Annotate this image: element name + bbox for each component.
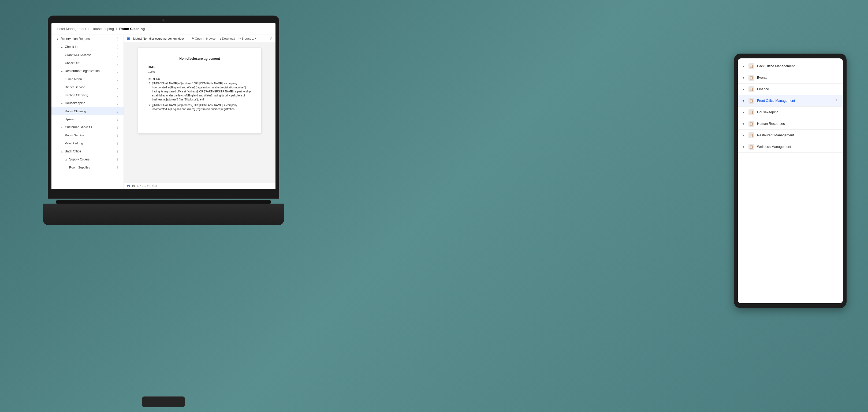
- tablet-item-back-office-management[interactable]: ▼ 📋 Back Office Management: [738, 61, 843, 72]
- sidebar-item-upkeep[interactable]: Upkeep ⋮: [52, 115, 124, 123]
- chevron-down-icon: ▼: [742, 99, 746, 102]
- sidebar-label: Room Service: [65, 134, 84, 137]
- tablet-item-human-resources[interactable]: ▼ 📋 Human Resources: [738, 118, 843, 130]
- tablet-item-events[interactable]: ▼ 📋 Events: [738, 72, 843, 84]
- open-browser-label: Open in browser: [195, 37, 217, 40]
- sidebar-item-valet-parking[interactable]: Valet Parking ⋮: [52, 139, 124, 147]
- sidebar-item-restaurant-org[interactable]: ▲ Restaurant Organization ⋮: [52, 67, 124, 75]
- sidebar-item-grant-wifi[interactable]: Grant Wi-Fi Access ⋮: [52, 51, 124, 59]
- chevron-icon: ▲: [65, 158, 67, 161]
- sidebar-label: Valet Parking: [65, 142, 83, 145]
- more-icon[interactable]: ⋮: [116, 125, 120, 129]
- doc-body: Non-disclosure agreement DATE [Date] PAR…: [124, 42, 276, 183]
- more-icon[interactable]: ⋮: [116, 93, 120, 97]
- more-icon[interactable]: ⋮: [835, 99, 839, 103]
- more-icon[interactable]: ⋮: [116, 149, 120, 154]
- more-icon[interactable]: ⋮: [116, 37, 120, 41]
- tablet-item-label: Back Office Management: [757, 64, 839, 68]
- module-icon: 📋: [748, 121, 754, 127]
- sidebar-label: Supply Orders: [69, 158, 90, 161]
- chevron-down-icon: ▼: [742, 65, 746, 68]
- more-icon[interactable]: ⋮: [116, 69, 120, 73]
- chevron-down-icon: ▼: [742, 134, 746, 137]
- doc-parties-list: [[INDIVIDUAL NAME] of [address]] OR [[CO…: [148, 82, 252, 111]
- laptop-hinge: [56, 200, 271, 203]
- sidebar-item-lunch-menu[interactable]: Lunch Menu ⋮: [52, 75, 124, 83]
- doc-party-2: [[INDIVIDUAL NAME] of [address]] OR [[CO…: [152, 103, 252, 111]
- browse-button[interactable]: ⇒ Browse... ▾: [238, 37, 256, 40]
- doc-zoom: 95%: [152, 185, 157, 188]
- document-viewer: ⊞ Mutual Non-disclosure agreement.docx |…: [124, 35, 276, 189]
- more-icon[interactable]: ⋮: [116, 117, 120, 121]
- tablet-item-finance[interactable]: ▼ 📋 Finance: [738, 84, 843, 95]
- more-icon[interactable]: ⋮: [116, 61, 120, 65]
- tablet-item-wellness-management[interactable]: ▼ 📋 Wellness Management: [738, 141, 843, 153]
- tablet-item-front-office-management[interactable]: ▼ 📋 Front Office Management ⋮: [738, 95, 843, 106]
- main-content: ▲ Reservation Requests ⋮ ▲ Check In ⋮: [52, 35, 276, 189]
- sidebar-item-room-supplies[interactable]: Room Supplies ⋮: [52, 163, 124, 171]
- sidebar-label: Check Out: [65, 61, 79, 65]
- laptop-content: Hotel Management › Housekeeping › Room C…: [52, 23, 276, 189]
- sidebar-item-supply-orders[interactable]: ▲ Supply Orders ⋮: [52, 155, 124, 163]
- sidebar-item-customer-services[interactable]: ▲ Customer Services ⋮: [52, 123, 124, 131]
- more-icon[interactable]: ⋮: [116, 53, 120, 57]
- doc-footer: W PAGE 1 OF 11 95%: [124, 183, 276, 189]
- chevron-down-icon: ▼: [742, 146, 746, 149]
- sidebar-item-dinner-service[interactable]: Dinner Service ⋮: [52, 83, 124, 91]
- tablet-item-label: Housekeeping: [757, 110, 839, 114]
- sidebar-item-check-in[interactable]: ▲ Check In ⋮: [52, 43, 124, 51]
- more-icon[interactable]: ⋮: [116, 45, 120, 49]
- module-icon: 📋: [748, 75, 754, 81]
- sidebar-item-room-service[interactable]: Room Service ⋮: [52, 131, 124, 139]
- more-icon[interactable]: ⋮: [116, 109, 120, 113]
- more-icon[interactable]: ⋮: [116, 85, 120, 89]
- sidebar-item-housekeeping[interactable]: ▲ Housekeeping ⋮: [52, 99, 124, 107]
- sidebar-label: Housekeeping: [65, 101, 86, 105]
- laptop-screen: Hotel Management › Housekeeping › Room C…: [52, 23, 276, 189]
- doc-date-value: [Date]: [148, 70, 252, 74]
- breadcrumb-sep-2: ›: [116, 27, 117, 31]
- chevron-icon: ▲: [61, 126, 63, 129]
- sidebar-label: Room Cleaning: [65, 109, 86, 113]
- tablet-list: ▼ 📋 Back Office Management ▼ 📋 Events ▼ …: [738, 58, 843, 303]
- sidebar-item-back-office[interactable]: ▲ Back Office ⋮: [52, 147, 124, 155]
- download-button[interactable]: ↓ Download: [220, 37, 235, 40]
- doc-toolbar: ⊞ Mutual Non-disclosure agreement.docx |…: [124, 35, 276, 42]
- doc-title: Non-disclosure agreement: [148, 56, 252, 61]
- sidebar-item-room-cleaning[interactable]: Room Cleaning ⋮: [52, 107, 124, 115]
- more-icon[interactable]: ⋮: [116, 101, 120, 105]
- sidebar-label: Reservation Requests: [61, 37, 92, 41]
- word-app-icon: W: [127, 184, 130, 188]
- sidebar-item-check-out[interactable]: Check Out ⋮: [52, 59, 124, 67]
- open-in-browser-button[interactable]: ⊕ Open in browser: [192, 37, 217, 40]
- module-icon: 📋: [748, 132, 754, 138]
- sidebar-item-reservation-requests[interactable]: ▲ Reservation Requests ⋮: [52, 35, 124, 43]
- sidebar-label: Grant Wi-Fi Access: [65, 53, 91, 57]
- sidebar-label: Back Office: [65, 150, 81, 153]
- more-icon[interactable]: ⋮: [116, 77, 120, 81]
- more-icon[interactable]: ⋮: [116, 133, 120, 137]
- sidebar-item-kitchen-cleaning[interactable]: Kitchen Cleaning ⋮: [52, 91, 124, 99]
- more-icon[interactable]: ⋮: [116, 165, 120, 169]
- breadcrumb-root[interactable]: Hotel Management: [57, 27, 86, 31]
- more-icon[interactable]: ⋮: [116, 141, 120, 146]
- doc-section-parties-label: PARTIES: [148, 76, 252, 81]
- sidebar-label: Check In: [65, 45, 78, 49]
- module-icon: 📋: [748, 63, 754, 69]
- browser-icon: ⊕: [192, 37, 194, 40]
- breadcrumb-sep-1: ›: [88, 27, 90, 31]
- tablet-screen: ▼ 📋 Back Office Management ▼ 📋 Events ▼ …: [738, 58, 843, 303]
- tablet-item-housekeeping[interactable]: ▼ 📋 Housekeeping: [738, 106, 843, 118]
- sidebar: ▲ Reservation Requests ⋮ ▲ Check In ⋮: [52, 35, 124, 189]
- chevron-down-icon: ▼: [742, 88, 746, 91]
- browse-icon: ⇒: [238, 37, 241, 40]
- more-icon[interactable]: ⋮: [116, 157, 120, 161]
- tablet-device: ▼ 📋 Back Office Management ▼ 📋 Events ▼ …: [734, 54, 846, 308]
- breadcrumb-parent[interactable]: Housekeeping: [92, 27, 114, 31]
- tablet-item-restaurant-management[interactable]: ▼ 📋 Restaurant Management: [738, 130, 843, 141]
- sidebar-label: Lunch Menu: [65, 77, 82, 81]
- module-icon: 📋: [748, 109, 754, 115]
- tablet-item-label: Wellness Management: [757, 145, 839, 149]
- laptop-screen-outer: Hotel Management › Housekeeping › Room C…: [48, 16, 279, 198]
- expand-icon[interactable]: ⤢: [269, 36, 272, 40]
